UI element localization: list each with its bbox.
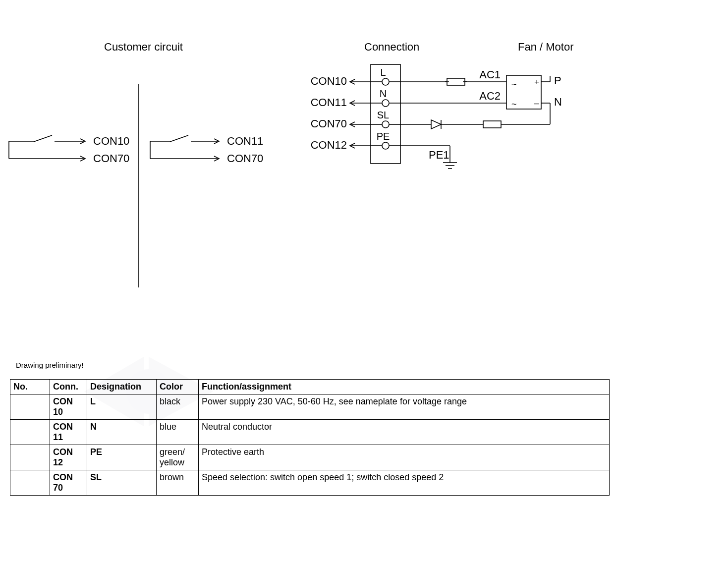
cell-conn: CON 70 bbox=[50, 470, 87, 496]
cell-color: blue bbox=[157, 420, 199, 445]
label-con10: CON10 bbox=[311, 75, 347, 87]
label-sw1-out1: CON10 bbox=[93, 135, 129, 147]
svg-point-22 bbox=[382, 142, 389, 149]
rect-sym-br: – bbox=[534, 98, 539, 108]
connection-table: No. Conn. Designation Color Function/ass… bbox=[10, 379, 610, 496]
cell-conn: CON 11 bbox=[50, 420, 87, 445]
term-N: N bbox=[380, 88, 387, 99]
th-no: No. bbox=[10, 380, 50, 394]
label-N: N bbox=[554, 96, 562, 108]
label-sw2-out2: CON70 bbox=[227, 152, 263, 165]
label-P: P bbox=[554, 74, 561, 87]
cell-designation: L bbox=[87, 394, 157, 420]
table-row: CON 12 PE green/ yellow Protective earth bbox=[10, 445, 610, 470]
term-L: L bbox=[380, 67, 386, 78]
cell-color: black bbox=[157, 394, 199, 420]
preliminary-note: Drawing preliminary! bbox=[16, 361, 84, 369]
term-SL: SL bbox=[377, 110, 389, 120]
svg-line-3 bbox=[34, 135, 52, 142]
heading-customer-circuit: Customer circuit bbox=[104, 41, 183, 54]
rect-sym-bl: ~ bbox=[511, 99, 517, 109]
table-row: CON 10 L black Power supply 230 VAC, 50-… bbox=[10, 394, 610, 420]
rect-sym-tl: ~ bbox=[511, 79, 517, 89]
cell-function: Protective earth bbox=[199, 445, 610, 470]
label-con12: CON12 bbox=[311, 139, 347, 151]
heading-connection: Connection bbox=[364, 41, 419, 54]
label-ac2: AC2 bbox=[479, 90, 501, 102]
cell-no bbox=[10, 394, 50, 420]
rect-sym-tr: + bbox=[534, 77, 540, 87]
label-pe1: PE1 bbox=[429, 149, 449, 161]
svg-rect-30 bbox=[447, 78, 465, 85]
term-PE: PE bbox=[377, 131, 390, 142]
svg-point-19 bbox=[382, 121, 389, 128]
cell-conn: CON 12 bbox=[50, 445, 87, 470]
svg-point-16 bbox=[382, 100, 389, 107]
cell-color: brown bbox=[157, 470, 199, 496]
th-designation: Designation bbox=[87, 380, 157, 394]
heading-fan-motor: Fan / Motor bbox=[518, 41, 573, 54]
cell-color: green/ yellow bbox=[157, 445, 199, 470]
th-color: Color bbox=[157, 380, 199, 394]
table-header-row: No. Conn. Designation Color Function/ass… bbox=[10, 380, 610, 394]
label-sw1-out2: CON70 bbox=[93, 152, 129, 165]
cell-designation: SL bbox=[87, 470, 157, 496]
wiring-diagram: CON10 CON70 CON11 CON70 L bbox=[0, 59, 728, 292]
table-row: CON 11 N blue Neutral conductor bbox=[10, 420, 610, 445]
cell-function: Neutral conductor bbox=[199, 420, 610, 445]
th-function: Function/assignment bbox=[199, 380, 610, 394]
cell-no bbox=[10, 445, 50, 470]
th-conn: Conn. bbox=[50, 380, 87, 394]
svg-line-9 bbox=[170, 135, 188, 142]
svg-marker-41 bbox=[431, 120, 441, 129]
svg-point-13 bbox=[382, 78, 389, 85]
cell-designation: PE bbox=[87, 445, 157, 470]
table-row: CON 70 SL brown Speed selection: switch … bbox=[10, 470, 610, 496]
cell-no bbox=[10, 420, 50, 445]
label-sw2-out1: CON11 bbox=[227, 135, 263, 147]
cell-conn: CON 10 bbox=[50, 394, 87, 420]
cell-designation: N bbox=[87, 420, 157, 445]
label-ac1: AC1 bbox=[479, 68, 501, 81]
cell-function: Power supply 230 VAC, 50-60 Hz, see name… bbox=[199, 394, 610, 420]
label-con70: CON70 bbox=[311, 117, 347, 130]
svg-rect-44 bbox=[483, 121, 501, 128]
cell-no bbox=[10, 470, 50, 496]
label-con11: CON11 bbox=[311, 96, 347, 109]
cell-function: Speed selection: switch open speed 1; sw… bbox=[199, 470, 610, 496]
